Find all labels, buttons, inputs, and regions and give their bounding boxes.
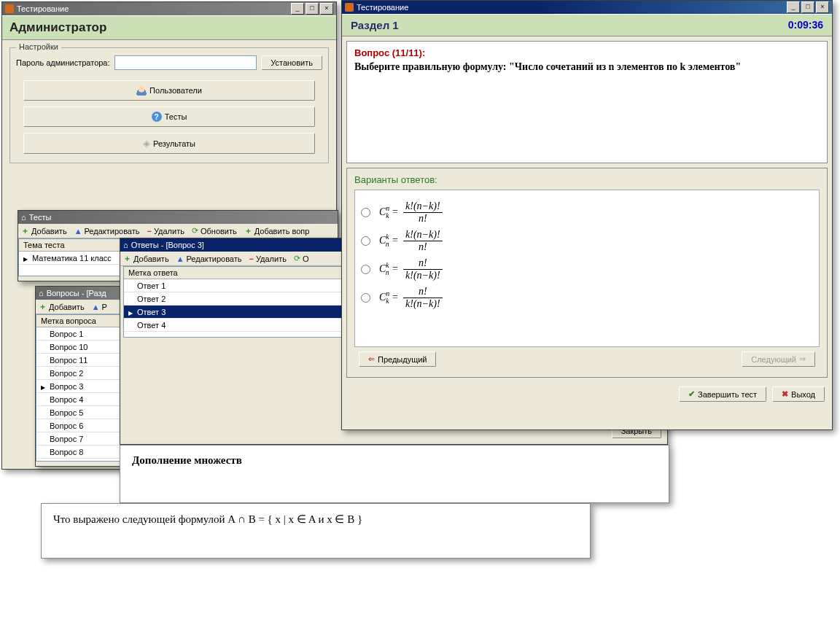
- answer-radio[interactable]: [361, 293, 370, 303]
- answer-option[interactable]: Cnk = k!(n−k)!n!: [361, 201, 813, 225]
- exit-button[interactable]: ✖ Выход: [772, 386, 825, 402]
- admin-header: Администратор: [9, 20, 106, 34]
- answers-title: Варианты ответов:: [354, 174, 820, 185]
- tests-add[interactable]: ＋Добавить: [21, 225, 67, 236]
- app-icon: [5, 4, 14, 13]
- tests-button[interactable]: ? Тесты: [23, 106, 315, 127]
- answer-option[interactable]: Ckn = n!k!(n−k)!: [361, 257, 813, 281]
- arrow-left-icon: ⇐: [368, 354, 375, 364]
- x-icon: ✖: [782, 389, 788, 399]
- a-add[interactable]: ＋Добавить: [123, 253, 169, 264]
- answer-radio[interactable]: [361, 208, 370, 217]
- password-input[interactable]: [114, 55, 257, 70]
- question-number: Вопрос (11/11):: [354, 47, 820, 58]
- tests-addq[interactable]: ＋Добавить вопр: [244, 225, 310, 236]
- tests-refresh[interactable]: ⟳Обновить: [192, 225, 237, 236]
- maximize-icon[interactable]: □: [306, 3, 319, 15]
- admin-titlebar[interactable]: Тестирование _ □ ×: [2, 2, 336, 15]
- home-icon: ⌂: [21, 211, 26, 224]
- answer-radio[interactable]: [361, 236, 370, 246]
- maximize-icon[interactable]: □: [801, 1, 814, 13]
- minimize-icon[interactable]: _: [787, 1, 800, 13]
- formula-panel: Что выражено следующей формулой A ∩ B = …: [41, 503, 591, 559]
- a-edit[interactable]: ▲Редактировать: [176, 253, 242, 264]
- section-title: Раздел 1: [351, 19, 399, 31]
- password-label: Пароль администратора:: [16, 58, 110, 67]
- help-icon: ?: [152, 112, 162, 122]
- results-icon: ◈: [143, 138, 150, 149]
- tests-toolbar: ＋Добавить ▲Редактировать −Удалить ⟳Обнов…: [18, 224, 338, 238]
- minimize-icon[interactable]: _: [291, 3, 304, 15]
- question-text: Выберите правильную формулу: "Число соче…: [354, 61, 820, 73]
- user-icon: [136, 85, 147, 96]
- tests-del[interactable]: −Удалить: [147, 225, 184, 236]
- testrun-title: Тестирование: [357, 1, 408, 14]
- testrun-window: Тестирование _ □ × Раздел 1 0:09:36 Вопр…: [341, 0, 833, 430]
- q-add[interactable]: ＋Добавить: [39, 301, 85, 312]
- set-button[interactable]: Установить: [261, 55, 322, 70]
- close-icon[interactable]: ×: [816, 1, 829, 13]
- arrow-right-icon: ⇒: [799, 354, 806, 364]
- admin-title: Тестирование: [17, 2, 69, 15]
- tests-title: Тесты: [29, 211, 52, 224]
- questions-title: Вопросы - [Разд: [47, 287, 106, 300]
- results-button[interactable]: ◈ Результаты: [23, 133, 315, 154]
- a-del[interactable]: −Удалить: [249, 253, 287, 264]
- tests-titlebar[interactable]: ⌂ Тесты: [18, 211, 338, 224]
- app-icon: [345, 3, 354, 12]
- answer-option[interactable]: Cnk = n!k!(n−k)!: [361, 286, 813, 310]
- answer-option[interactable]: Ckn = k!(n−k)!n!: [361, 229, 813, 253]
- answer-radio[interactable]: [361, 265, 370, 274]
- users-button[interactable]: Пользователи: [23, 80, 315, 101]
- testrun-titlebar[interactable]: Тестирование _ □ ×: [342, 1, 832, 14]
- home-icon: ⌂: [123, 238, 128, 252]
- answers-title: Ответы - [Вопрос 3]: [131, 238, 204, 252]
- next-button[interactable]: Следующий ⇒: [742, 351, 815, 367]
- q-edit[interactable]: ▲Р: [92, 301, 107, 312]
- close-icon[interactable]: ×: [320, 3, 333, 15]
- timer: 0:09:36: [788, 19, 823, 31]
- settings-group-title: Настройки: [16, 42, 61, 51]
- prev-button[interactable]: ⇐ Предыдущий: [359, 351, 436, 367]
- a-refresh[interactable]: ⟳О: [294, 253, 309, 264]
- home-icon: ⌂: [39, 287, 44, 300]
- finish-button[interactable]: ✔ Завершить тест: [679, 386, 766, 402]
- check-icon: ✔: [688, 389, 695, 399]
- tests-edit[interactable]: ▲Редактировать: [74, 225, 140, 236]
- caption-panel: Дополнение множеств: [120, 445, 669, 503]
